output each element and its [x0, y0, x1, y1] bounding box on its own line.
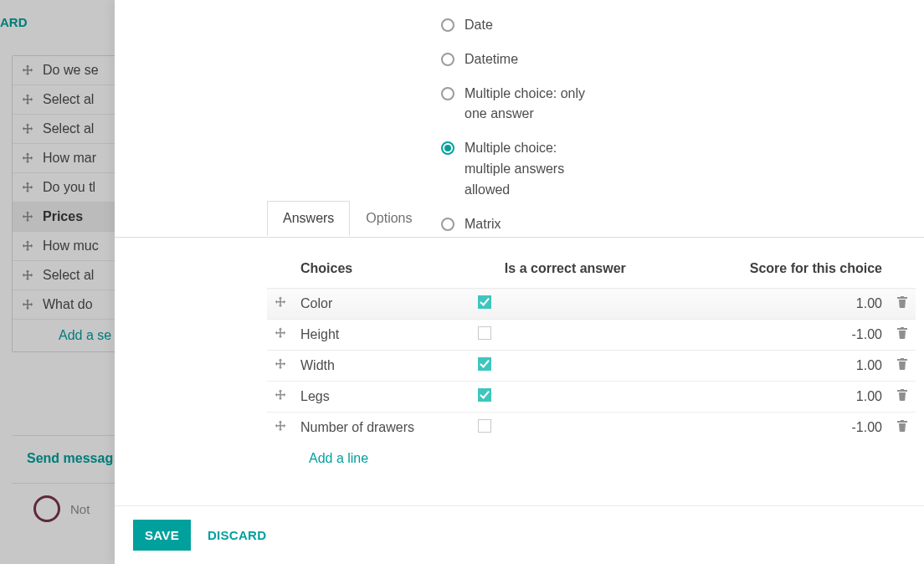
discard-button[interactable]: DISCARD: [208, 528, 266, 542]
answer-label[interactable]: Color: [294, 289, 471, 320]
answer-row: Height-1.00: [267, 320, 916, 351]
answer-row: Width1.00: [267, 351, 916, 382]
tab-options[interactable]: Options: [350, 201, 428, 236]
radio-icon: [441, 18, 454, 32]
correct-answer-checkbox[interactable]: [478, 388, 491, 402]
radio-label: Multiple choice: multiple answers allowe…: [465, 138, 606, 200]
correct-answer-checkbox[interactable]: [478, 419, 491, 433]
col-score: Score for this choice: [685, 251, 889, 289]
tab-bar: Answers Options: [267, 201, 924, 236]
answer-score[interactable]: 1.00: [685, 382, 889, 413]
answers-panel: Choices Is a correct answer Score for th…: [267, 251, 916, 474]
answer-label[interactable]: Legs: [294, 382, 471, 413]
answer-row: Color1.00: [267, 289, 916, 320]
answer-row: Number of drawers-1.00: [267, 413, 916, 444]
col-choices: Choices: [294, 251, 471, 289]
radio-label: Datetime: [465, 49, 518, 70]
correct-answer-checkbox[interactable]: [478, 295, 491, 309]
modal-footer: SAVE DISCARD: [115, 505, 924, 564]
drag-handle-icon[interactable]: [274, 326, 287, 340]
question-type-option[interactable]: Multiple choice: only one answer: [441, 77, 606, 132]
radio-icon: [441, 87, 454, 100]
question-edit-modal: DateDatetimeMultiple choice: only one an…: [115, 0, 924, 564]
trash-icon[interactable]: [896, 326, 909, 340]
correct-answer-checkbox[interactable]: [478, 357, 491, 371]
answers-table: Choices Is a correct answer Score for th…: [267, 251, 916, 443]
answer-row: Legs1.00: [267, 382, 916, 413]
answer-score[interactable]: 1.00: [685, 351, 889, 382]
save-button[interactable]: SAVE: [133, 520, 191, 551]
question-type-option[interactable]: Datetime: [441, 43, 606, 77]
question-type-option[interactable]: Date: [441, 8, 606, 43]
answer-score[interactable]: 1.00: [685, 289, 889, 320]
radio-icon: [441, 141, 454, 155]
answer-label[interactable]: Height: [294, 320, 471, 351]
answer-label[interactable]: Width: [294, 351, 471, 382]
drag-handle-icon[interactable]: [274, 419, 287, 433]
trash-icon[interactable]: [896, 419, 909, 433]
drag-handle-icon[interactable]: [274, 357, 287, 371]
radio-label: Multiple choice: only one answer: [465, 84, 606, 126]
answer-label[interactable]: Number of drawers: [294, 413, 471, 444]
trash-icon[interactable]: [896, 295, 909, 309]
question-type-option[interactable]: Multiple choice: multiple answers allowe…: [441, 131, 606, 207]
trash-icon[interactable]: [896, 388, 909, 402]
correct-answer-checkbox[interactable]: [478, 326, 491, 340]
radio-label: Date: [465, 15, 493, 36]
add-line-link[interactable]: Add a line: [267, 443, 916, 474]
drag-handle-icon[interactable]: [274, 295, 287, 309]
tab-answers[interactable]: Answers: [267, 201, 350, 236]
radio-icon: [441, 53, 454, 66]
trash-icon[interactable]: [896, 357, 909, 371]
drag-handle-icon[interactable]: [274, 388, 287, 402]
col-correct: Is a correct answer: [498, 251, 685, 289]
answer-score[interactable]: -1.00: [685, 320, 889, 351]
answer-score[interactable]: -1.00: [685, 413, 889, 444]
